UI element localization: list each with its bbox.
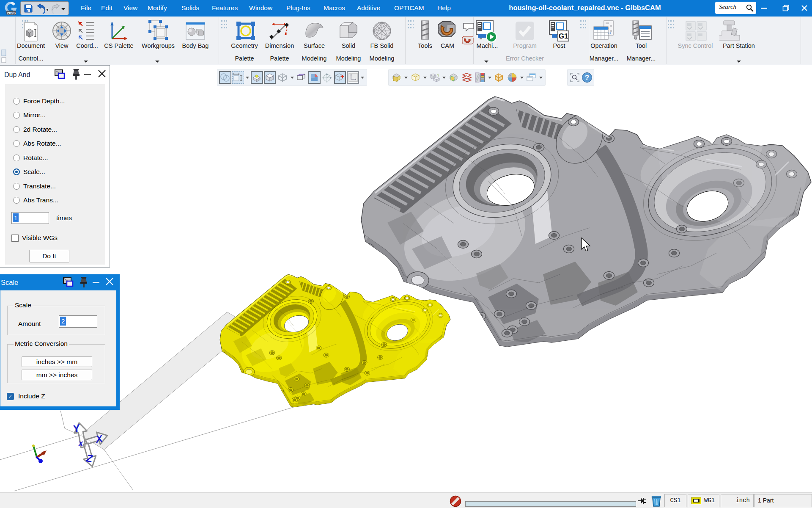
svg-text:G1: G1 xyxy=(559,32,568,40)
svg-text:x: x xyxy=(78,439,83,447)
svg-text:2026: 2026 xyxy=(7,11,16,15)
